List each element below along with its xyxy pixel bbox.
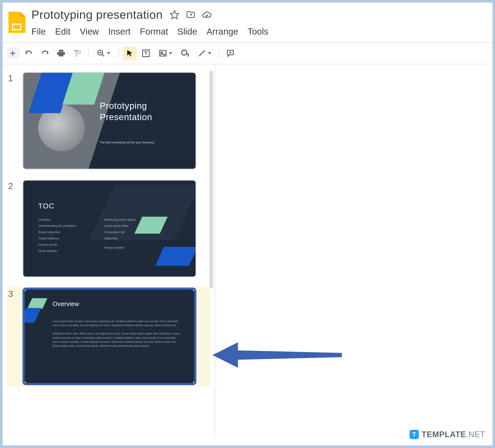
slide2-toc-col1: Overview Understanding the problems Proj… bbox=[38, 217, 75, 254]
redo-button[interactable] bbox=[38, 46, 52, 60]
chevron-down-icon[interactable] bbox=[208, 52, 211, 54]
slide2-toc-col2: Introducing lorem ipsum Lorem ipsum dolo… bbox=[104, 217, 136, 251]
slide-row[interactable]: 1 Prototyping Presentation The best mark… bbox=[7, 71, 210, 171]
titlebar: Prototyping presentation File Edit View bbox=[2, 2, 493, 38]
svg-line-4 bbox=[102, 54, 104, 57]
move-folder-icon[interactable] bbox=[186, 10, 196, 20]
toolbar bbox=[2, 43, 493, 64]
slide2-title: TOC bbox=[38, 202, 55, 210]
slide-panel[interactable]: 1 Prototyping Presentation The best mark… bbox=[2, 64, 215, 437]
chevron-down-icon[interactable] bbox=[107, 52, 110, 54]
slide1-title: Prototyping Presentation bbox=[100, 100, 152, 123]
image-tool-button[interactable] bbox=[155, 46, 176, 60]
menu-bar: File Edit View Insert Format Slide Arran… bbox=[31, 21, 486, 37]
slide-thumbnail-2[interactable]: TOC Overview Understanding the problems … bbox=[23, 180, 196, 277]
main-area: 1 Prototyping Presentation The best mark… bbox=[2, 64, 493, 437]
select-tool-button[interactable] bbox=[123, 46, 137, 60]
print-button[interactable] bbox=[54, 46, 68, 60]
shape-tool-button[interactable] bbox=[178, 46, 192, 60]
slides-app-icon bbox=[9, 11, 26, 34]
chevron-down-icon[interactable] bbox=[169, 52, 172, 54]
comment-button[interactable] bbox=[223, 46, 237, 60]
textbox-tool-button[interactable] bbox=[139, 46, 153, 60]
svg-rect-8 bbox=[160, 51, 166, 56]
menu-insert[interactable]: Insert bbox=[108, 27, 130, 37]
slide-canvas[interactable] bbox=[215, 64, 493, 437]
menu-slide[interactable]: Slide bbox=[177, 27, 197, 37]
slide1-subtitle: The best marketing tool for your busines… bbox=[100, 141, 154, 144]
paint-format-button[interactable] bbox=[70, 46, 84, 60]
menu-view[interactable]: View bbox=[80, 27, 99, 37]
slide-number: 3 bbox=[8, 288, 16, 299]
menu-file[interactable]: File bbox=[31, 27, 46, 37]
svg-marker-0 bbox=[170, 10, 179, 18]
app-window: Prototyping presentation File Edit View bbox=[2, 2, 493, 446]
new-slide-button[interactable] bbox=[7, 48, 19, 59]
slide3-body: Lorem ipsum dolor sit amet, consectetur … bbox=[53, 319, 181, 352]
cloud-saved-icon[interactable] bbox=[202, 10, 212, 20]
slide-number: 1 bbox=[8, 72, 16, 83]
watermark: T TEMPLATE.NET bbox=[410, 430, 485, 439]
menu-edit[interactable]: Edit bbox=[55, 27, 70, 37]
menu-format[interactable]: Format bbox=[140, 27, 168, 37]
undo-button[interactable] bbox=[22, 46, 36, 60]
slide-thumbnail-3[interactable]: Overview Lorem ipsum dolor sit amet, con… bbox=[23, 288, 196, 385]
slide-number: 2 bbox=[8, 180, 16, 191]
watermark-badge-icon: T bbox=[410, 430, 419, 439]
star-icon[interactable] bbox=[169, 10, 180, 20]
slide-thumbnail-1[interactable]: Prototyping Presentation The best market… bbox=[23, 72, 196, 170]
scrollbar[interactable] bbox=[209, 71, 213, 421]
slide3-title: Overview bbox=[53, 300, 79, 307]
slide-row[interactable]: 2 TOC Overview Understanding the problem… bbox=[7, 178, 210, 279]
zoom-button[interactable] bbox=[93, 46, 114, 60]
line-tool-button[interactable] bbox=[194, 46, 215, 60]
svg-line-11 bbox=[199, 51, 205, 56]
menu-arrange[interactable]: Arrange bbox=[206, 27, 238, 37]
menu-tools[interactable]: Tools bbox=[248, 27, 268, 37]
document-title[interactable]: Prototyping presentation bbox=[31, 8, 163, 21]
slide-row-selected[interactable]: 3 Overview Lorem ipsum dolor sit amet, c… bbox=[7, 286, 210, 387]
